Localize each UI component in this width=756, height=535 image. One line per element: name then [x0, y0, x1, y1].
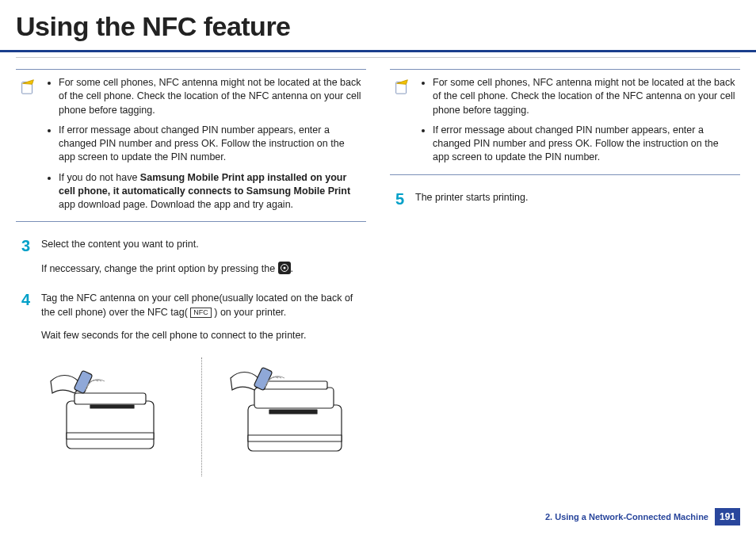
step-number: 3: [16, 238, 30, 254]
left-column: For some cell phones, NFC antenna might …: [16, 61, 366, 476]
note-item: If error message about changed PIN numbe…: [59, 124, 361, 165]
note-icon: [393, 78, 410, 95]
svg-rect-3: [74, 393, 146, 404]
illustration-row: [43, 357, 366, 476]
step-text: Tag the NFC antenna on your cell phone(u…: [41, 292, 366, 319]
svg-rect-2: [67, 433, 154, 439]
printer-illustration-2: [226, 357, 361, 468]
page-title: Using the NFC feature: [16, 11, 740, 42]
two-column-body: For some cell phones, NFC antenna might …: [0, 61, 756, 484]
step-text: If neccessary, change the print option b…: [41, 262, 366, 277]
note-item: For some cell phones, NFC antenna might …: [59, 76, 361, 117]
step-5: 5 The printer starts printing.: [390, 191, 740, 207]
illustration-divider: [201, 357, 202, 476]
note-text: If you do not have: [59, 172, 140, 183]
svg-rect-10: [269, 410, 317, 414]
svg-rect-7: [248, 435, 342, 441]
printer-illustration-1: [43, 357, 178, 468]
step-4: 4 Tag the NFC antenna on your cell phone…: [16, 292, 366, 343]
note-item: If you do not have Samsung Mobile Print …: [59, 171, 361, 212]
step-text: Select the content you want to print.: [41, 238, 366, 252]
chapter-label: 2. Using a Network-Connected Machine: [545, 512, 708, 522]
step-body: The printer starts printing.: [415, 191, 740, 205]
note-list: For some cell phones, NFC antenna might …: [44, 76, 361, 212]
note-text: app download page. Download the app and …: [59, 199, 293, 210]
page-number: 191: [715, 508, 740, 525]
step-text: The printer starts printing.: [415, 191, 740, 205]
svg-rect-9: [261, 381, 327, 389]
settings-icon: [278, 262, 291, 274]
page-header: Using the NFC feature: [0, 0, 756, 52]
note-list: For some cell phones, NFC antenna might …: [418, 76, 735, 165]
note-item: For some cell phones, NFC antenna might …: [433, 76, 735, 117]
svg-rect-8: [254, 388, 334, 408]
right-column: For some cell phones, NFC antenna might …: [390, 61, 740, 476]
step-number: 4: [16, 292, 30, 308]
text-run: If neccessary, change the print option b…: [41, 263, 278, 274]
step-body: Tag the NFC antenna on your cell phone(u…: [41, 292, 366, 343]
page-footer: 2. Using a Network-Connected Machine 191: [545, 508, 740, 525]
svg-rect-4: [90, 405, 134, 408]
step-3: 3 Select the content you want to print. …: [16, 238, 366, 276]
text-run: .: [291, 263, 293, 274]
text-run: ) on your printer.: [212, 307, 287, 318]
step-text: Wait few seconds for the cell phone to c…: [41, 329, 366, 343]
note-box-left: For some cell phones, NFC antenna might …: [16, 69, 366, 222]
nfc-tag-icon: NFC: [190, 308, 212, 318]
header-subrule: [16, 57, 740, 58]
step-body: Select the content you want to print. If…: [41, 238, 366, 276]
note-icon: [19, 78, 36, 95]
note-item: If error message about changed PIN numbe…: [433, 124, 735, 165]
note-box-right: For some cell phones, NFC antenna might …: [390, 69, 740, 175]
step-number: 5: [390, 191, 404, 207]
